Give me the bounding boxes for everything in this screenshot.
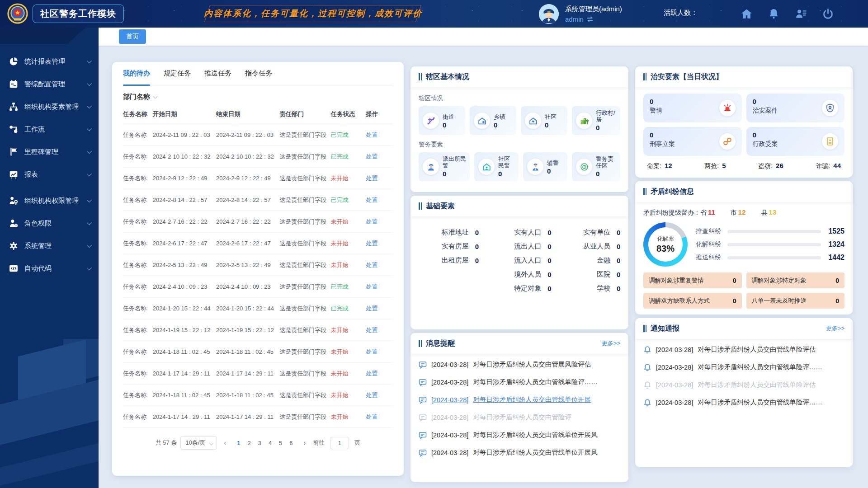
next-page-icon[interactable]: › [300, 439, 310, 446]
stat-tile-alerts: 0 警情 [643, 94, 742, 122]
app-title: 社区警务工作模块 [33, 5, 124, 23]
home-icon[interactable] [741, 8, 753, 20]
bell-icon[interactable] [768, 8, 780, 20]
status-badge: 未开始 [331, 348, 349, 355]
chevron-down-icon [87, 81, 92, 86]
org-key-icon [9, 196, 18, 205]
end-date-cell: 2024-1-19 15 : 22 : 12 [216, 319, 279, 341]
department-cell: 这是责任部门字段 [279, 341, 330, 363]
end-date-cell: 2024-2-10 10 : 22 : 32 [216, 146, 279, 168]
department-section-title[interactable]: 部门名称 [123, 93, 393, 101]
page-number[interactable]: 4 [265, 438, 275, 448]
handle-link[interactable]: 处置 [366, 283, 377, 290]
active-users-label: 活跃人数： [664, 9, 698, 17]
basic-stat: 境外人员0 [483, 270, 556, 279]
page-number[interactable]: 1 [233, 438, 244, 448]
target-zone-icon [576, 159, 592, 175]
sidebar-item-org-permission[interactable]: 组织机构权限管理 [0, 189, 99, 212]
role-user-icon [9, 219, 18, 228]
department-cell: 这是责任部门字段 [279, 211, 330, 233]
table-row: 任务名称 2024-2-8 14 : 22 : 57 2024-2-8 14 :… [123, 189, 393, 211]
sidebar-item-system-management[interactable]: 系统管理 [0, 235, 99, 257]
page-size-select[interactable]: 10条/页 [180, 436, 217, 450]
table-row: 任务名称 2024-1-19 15 : 22 : 12 2024-1-19 15… [123, 319, 393, 341]
message-item[interactable]: [2024-03-28] 对每日涉矛盾纠纷人员交由管线单位开展风 [419, 426, 620, 444]
dispute-bar: 化解纠纷 1324 [696, 240, 844, 249]
sidebar-item-report[interactable]: 报表 [0, 163, 99, 186]
goto-label: 前往 [313, 439, 325, 447]
goto-page-input[interactable] [330, 437, 349, 449]
tab-home[interactable]: 首页 [119, 29, 146, 44]
message-item[interactable]: [2024-03-28] 对每日涉矛盾纠纷人员交由管线单位开展 [419, 391, 620, 408]
more-link[interactable]: 更多>> [602, 339, 620, 347]
sidebar-item-workflow[interactable]: 工作流 [0, 118, 99, 141]
handle-link[interactable]: 处置 [366, 327, 377, 333]
notice-item[interactable]: [2024-03-28] 对每日涉矛盾纠纷人员交由管线单险评…… [643, 394, 844, 411]
handle-link[interactable]: 处置 [366, 392, 377, 399]
start-date-cell: 2024-1-19 15 : 22 : 12 [153, 319, 216, 341]
stat-tile-duty-zone: 警务责任区0 [572, 152, 620, 181]
handle-link[interactable]: 处置 [366, 197, 377, 203]
page-number[interactable]: 5 [275, 438, 286, 448]
dispute-chip: 调解对象涉重复警情0 [643, 272, 742, 288]
task-tab[interactable]: 规定任务 [164, 62, 191, 85]
handle-link[interactable]: 处置 [366, 131, 377, 138]
contacts-icon[interactable] [795, 8, 807, 20]
dispute-chip: 八单一表未及时推送0 [746, 293, 845, 309]
handle-link[interactable]: 处置 [366, 240, 377, 247]
task-tab[interactable]: 推送任务 [204, 62, 231, 85]
handle-link[interactable]: 处置 [366, 305, 377, 312]
task-tab[interactable]: 指令任务 [245, 62, 272, 85]
escalation-city: 市12 [731, 208, 746, 217]
user-name[interactable]: admin [565, 14, 584, 24]
handle-link[interactable]: 处置 [366, 175, 377, 182]
handle-link[interactable]: 处置 [366, 348, 377, 355]
user-avatar[interactable] [539, 4, 559, 24]
power-icon[interactable] [822, 8, 834, 20]
task-name-cell: 任务名称 [123, 211, 153, 233]
switch-user-icon[interactable] [586, 16, 594, 22]
notice-item[interactable]: [2024-03-28] 对每日涉矛盾纠纷人员交由管线单险评估 [643, 376, 844, 394]
task-name-cell: 任务名称 [123, 146, 153, 168]
page-number[interactable]: 3 [255, 438, 265, 448]
bell-outline-icon [643, 381, 651, 389]
pagination: 共 57 条 10条/页 ‹ 1 2 3 4 5 6 [123, 436, 393, 450]
more-link[interactable]: 更多>> [826, 324, 844, 333]
message-text: 对每日涉矛盾纠纷人员交由管线单位开展 [473, 395, 591, 404]
status-badge: 未开始 [331, 175, 349, 182]
stat-tile-community-police: 社区民警0 [474, 152, 519, 181]
handle-link[interactable]: 处置 [366, 262, 377, 268]
handle-link[interactable]: 处置 [366, 413, 377, 420]
handle-link[interactable]: 处置 [366, 153, 377, 160]
sidebar-item-auto-code[interactable]: 自动代码 [0, 257, 99, 280]
resolution-rate-donut: 化解率 83% [643, 222, 688, 267]
sidebar-item-milestone[interactable]: 里程碑管理 [0, 141, 99, 163]
sidebar-item-police-config[interactable]: 警综配置管理 [0, 73, 99, 95]
stat-tile-street: 街道0 [419, 106, 465, 135]
calendar-check-icon [9, 80, 18, 89]
handle-link[interactable]: 处置 [366, 370, 377, 377]
page-number[interactable]: 6 [286, 438, 296, 448]
notices-panel: 通知通报 更多>> [2024-03-28] 对每日涉矛盾纠纷人员交由管线单险评… [635, 318, 853, 467]
sidebar-item-statistics-report[interactable]: 统计报表管理 [0, 50, 99, 73]
comment-icon [419, 449, 427, 457]
notice-item[interactable]: [2024-03-28] 对每日涉矛盾纠纷人员交由管线单险评估 [643, 341, 844, 358]
end-date-cell: 2024-1-18 11 : 02 : 45 [216, 385, 279, 406]
table-row: 任务名称 2024-2-11 09 : 22 : 03 2024-2-11 09… [123, 124, 393, 146]
message-item[interactable]: [2024-03-28] 对每日涉矛盾纠纷人员交由管线单位开展风 [419, 444, 620, 461]
message-item[interactable]: [2024-03-28] 对每日涉矛盾纠纷人员交由管线单险评…… [419, 373, 620, 391]
handle-link[interactable]: 处置 [366, 218, 377, 225]
table-row: 任务名称 2024-1-18 11 : 02 : 45 2024-1-18 11… [123, 385, 393, 406]
stat-tile-town: 乡镇0 [470, 106, 516, 135]
escalation-label: 矛盾纠纷提级督办： [643, 209, 700, 217]
notice-item[interactable]: [2024-03-28] 对每日涉矛盾纠纷人员交由管线单险评…… [643, 358, 844, 376]
prev-page-icon[interactable]: ‹ [221, 439, 230, 446]
page-number[interactable]: 2 [244, 438, 254, 448]
sidebar-item-role-permission[interactable]: 角色权限 [0, 212, 99, 235]
message-item[interactable]: [2024-03-28] 对每日涉矛盾纠纷人员交由管展风险评估 [419, 356, 620, 373]
task-tab[interactable]: 我的待办 [123, 62, 150, 85]
message-item[interactable]: [2024-03-28] 对每日涉矛盾纠纷人员交由管险评 [419, 408, 620, 426]
status-badge: 未开始 [331, 370, 349, 377]
department-cell: 这是责任部门字段 [279, 406, 330, 428]
sidebar-item-org-elements[interactable]: 组织机构要素管理 [0, 95, 99, 118]
